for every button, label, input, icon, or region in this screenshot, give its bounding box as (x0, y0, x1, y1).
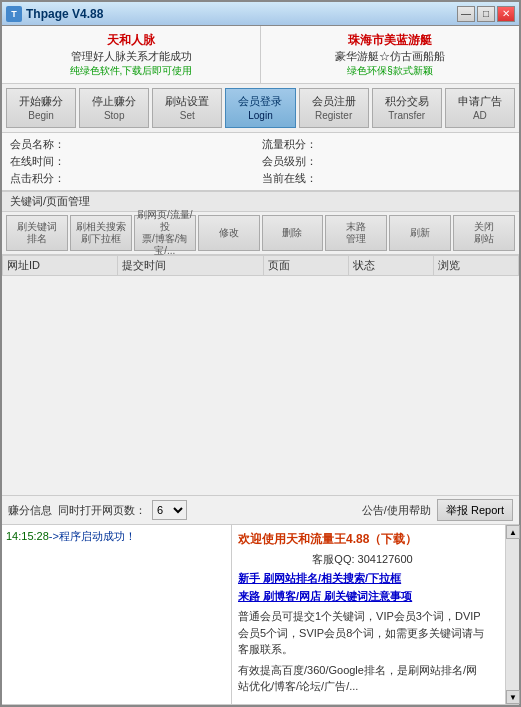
flush-page-button[interactable]: 刷网页/流量/投 票/博客/淘宝/... (134, 215, 196, 251)
app-icon: T (6, 6, 22, 22)
register-label1: 会员注册 (312, 94, 356, 108)
page-count-select[interactable]: 12345678910 (152, 500, 187, 520)
ad-label1: 申请广告 (458, 94, 502, 108)
ad-right-line1: 豪华游艇☆仿古画船船 (267, 49, 513, 64)
close-station-button[interactable]: 关闭 刷站 (453, 215, 515, 251)
bottom-bar: 赚分信息 同时打开网页数： 12345678910 公告/使用帮助 举报 Rep… (2, 496, 519, 525)
col-status: 状态 (348, 256, 433, 276)
member-info: 会员名称： 流量积分： 在线时间： 会员级别： 点击积分： 当前在线： (2, 133, 519, 191)
data-table: 网址ID 提交时间 页面 状态 浏览 (2, 255, 519, 276)
stop-button[interactable]: 停止赚分 Stop (79, 88, 149, 128)
help-para2: 有效提高百度/360/Google排名，是刷网站排名/网站优化/博客/论坛/广告… (238, 662, 487, 695)
member-name-label: 会员名称： (10, 137, 65, 152)
scroll-down-button[interactable]: ▼ (506, 690, 520, 704)
log-panel: 14:15:28->程序启动成功！ 欢迎使用天和流量王4.88（下载） 客服QQ… (2, 525, 519, 705)
settings-label2: Set (180, 109, 195, 122)
main-window: T Thpage V4.88 — □ ✕ 天和人脉 管理好人脉关系才能成功 纯绿… (0, 0, 521, 707)
scroll-track (506, 539, 519, 690)
log-entry: 14:15:28->程序启动成功！ (6, 529, 227, 544)
help-title[interactable]: 欢迎使用天和流量王4.88（下载） (238, 532, 417, 546)
customer-service: 客服QQ: 304127600 (312, 553, 412, 565)
stop-label2: Stop (104, 109, 125, 122)
online-time-row: 在线时间： (10, 154, 260, 169)
member-name-row: 会员名称： (10, 137, 260, 152)
refresh-label: 刷新 (410, 227, 430, 239)
window-controls: — □ ✕ (457, 6, 515, 22)
maximize-button[interactable]: □ (477, 6, 495, 22)
minimize-button[interactable]: — (457, 6, 475, 22)
flush-search-line2: 刷下拉框 (81, 233, 121, 245)
col-time: 提交时间 (118, 256, 263, 276)
help-para1: 普通会员可提交1个关键词，VIP会员3个词，DVIP会员5个词，SVIP会员8个… (238, 608, 487, 658)
flush-search-button[interactable]: 刷相关搜索 刷下拉框 (70, 215, 132, 251)
ad-left-line2: 纯绿色软件,下载后即可使用 (8, 64, 254, 78)
member-flow-label: 流量积分： (262, 137, 317, 152)
ad-label2: AD (473, 109, 487, 122)
click-score-label: 点击积分： (10, 171, 65, 186)
col-page: 页面 (263, 256, 348, 276)
log-time: 14:15:28 (6, 530, 49, 542)
close-button[interactable]: ✕ (497, 6, 515, 22)
transfer-label1: 积分交易 (385, 94, 429, 108)
ad-left-title: 天和人脉 (8, 32, 254, 49)
register-label2: Register (315, 109, 352, 122)
title-bar: T Thpage V4.88 — □ ✕ (2, 2, 519, 26)
flush-page-line2: 票/博客/淘宝/... (135, 233, 195, 257)
window-title: Thpage V4.88 (26, 7, 103, 21)
delete-button[interactable]: 删除 (262, 215, 324, 251)
ad-right-title: 珠海市美蓝游艇 (267, 32, 513, 49)
ad-left[interactable]: 天和人脉 管理好人脉关系才能成功 纯绿色软件,下载后即可使用 (2, 26, 261, 83)
open-pages-label: 同时打开网页数： (58, 503, 146, 518)
log-right: 欢迎使用天和流量王4.88（下载） 客服QQ: 304127600 新手 刷网站… (232, 525, 505, 704)
online-time-label: 在线时间： (10, 154, 65, 169)
login-label2: Login (248, 109, 272, 122)
help-label: 公告/使用帮助 (362, 503, 431, 518)
flush-kw-line1: 刷关键词 (17, 221, 57, 233)
scroll-up-button[interactable]: ▲ (506, 525, 520, 539)
transfer-button[interactable]: 积分交易 Transfer (372, 88, 442, 128)
ad-button[interactable]: 申请广告 AD (445, 88, 515, 128)
main-toolbar: 开始赚分 Begin 停止赚分 Stop 刷站设置 Set 会员登录 Login… (2, 84, 519, 133)
col-browse: 浏览 (433, 256, 518, 276)
ad-area: 天和人脉 管理好人脉关系才能成功 纯绿色软件,下载后即可使用 珠海市美蓝游艇 豪… (2, 26, 519, 84)
start-label2: Begin (28, 109, 54, 122)
login-button[interactable]: 会员登录 Login (225, 88, 295, 128)
login-label1: 会员登录 (238, 94, 282, 108)
flush-page-line1: 刷网页/流量/投 (135, 209, 195, 233)
delete-label: 删除 (282, 227, 302, 239)
refresh-button[interactable]: 刷新 (389, 215, 451, 251)
member-level-row: 会员级别： (262, 154, 512, 169)
path-manage-line1: 末路 (346, 221, 366, 233)
help-link1[interactable]: 新手 刷网站排名/相关搜索/下拉框 (238, 572, 401, 584)
click-score-row: 点击积分： (10, 171, 260, 186)
help-link2[interactable]: 来路 刷博客/网店 刷关键词注意事项 (238, 590, 412, 602)
modify-button[interactable]: 修改 (198, 215, 260, 251)
flush-search-line1: 刷相关搜索 (76, 221, 126, 233)
ad-right-line2: 绿色环保§款式新颖 (267, 64, 513, 78)
flush-kw-button[interactable]: 刷关键词 排名 (6, 215, 68, 251)
flush-kw-line2: 排名 (27, 233, 47, 245)
start-button[interactable]: 开始赚分 Begin (6, 88, 76, 128)
member-flow-row: 流量积分： (262, 137, 512, 152)
current-online-row: 当前在线： (262, 171, 512, 186)
path-manage-line2: 管理 (346, 233, 366, 245)
report-button[interactable]: 举报 Report (437, 499, 513, 521)
log-message: ->程序启动成功！ (49, 530, 136, 542)
log-left: 14:15:28->程序启动成功！ (2, 525, 232, 704)
settings-button[interactable]: 刷站设置 Set (152, 88, 222, 128)
start-label1: 开始赚分 (19, 94, 63, 108)
data-table-container: 网址ID 提交时间 页面 状态 浏览 (2, 255, 519, 496)
ad-right[interactable]: 珠海市美蓝游艇 豪华游艇☆仿古画船船 绿色环保§款式新颖 (261, 26, 519, 83)
ad-left-line1: 管理好人脉关系才能成功 (8, 49, 254, 64)
current-online-label: 当前在线： (262, 171, 317, 186)
register-button[interactable]: 会员注册 Register (299, 88, 369, 128)
earn-info-label: 赚分信息 (8, 503, 52, 518)
close-station-line2: 刷站 (474, 233, 494, 245)
keyword-section-title: 关键词/页面管理 (2, 191, 519, 212)
close-station-line1: 关闭 (474, 221, 494, 233)
keyword-toolbar: 刷关键词 排名 刷相关搜索 刷下拉框 刷网页/流量/投 票/博客/淘宝/... … (2, 212, 519, 255)
path-manage-button[interactable]: 末路 管理 (325, 215, 387, 251)
stop-label1: 停止赚分 (92, 94, 136, 108)
transfer-label2: Transfer (388, 109, 425, 122)
col-id: 网址ID (3, 256, 118, 276)
